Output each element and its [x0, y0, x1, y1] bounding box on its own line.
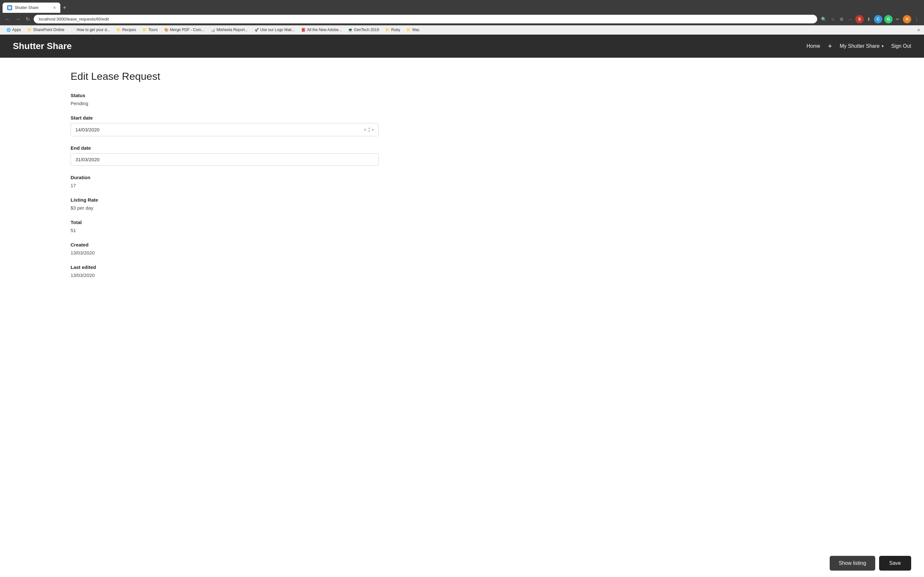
- bookmark-merge-pdf-label: Merge PDF - Com...: [170, 27, 204, 32]
- my-shutter-share-label: My Shutter Share: [840, 43, 880, 49]
- mac-icon: 📁: [407, 28, 411, 32]
- bookmark-gentech-label: GenTech 2019: [354, 27, 379, 32]
- created-value: 13/03/2020: [71, 250, 391, 255]
- end-date-section: End date: [71, 145, 391, 166]
- total-value: 51: [71, 227, 391, 233]
- bookmark-misheeta[interactable]: 📊 Misheeta Report...: [208, 27, 250, 33]
- bookmark-logo-maker[interactable]: 🚀 Use our Logo Mak...: [252, 27, 297, 33]
- active-tab[interactable]: Shutter Share ×: [3, 3, 60, 13]
- last-edited-label: Last edited: [71, 264, 391, 270]
- bookmarks-bar: 🌐 Apps 📁 SharePoint Online 📄 How to get …: [0, 25, 924, 35]
- clear-icon[interactable]: ✕: [363, 127, 367, 132]
- more-options-icon[interactable]: ⋮: [913, 15, 920, 23]
- pen-icon[interactable]: ✏: [895, 15, 901, 23]
- account-avatar-c[interactable]: C: [874, 15, 882, 23]
- stepper-up-icon[interactable]: ▲: [368, 127, 371, 129]
- bookmark-tours[interactable]: 📁 Tours: [140, 27, 160, 33]
- status-section: Status Pending: [71, 93, 391, 106]
- bookmark-merge-pdf[interactable]: 🎨 Merge PDF - Com...: [162, 27, 207, 33]
- start-date-input-wrapper: ✕ ▲ ▼ ▾: [71, 123, 379, 136]
- duration-section: Duration 17: [71, 175, 391, 188]
- search-icon[interactable]: 🔍: [820, 15, 828, 23]
- app-navbar: Shutter Share Home + My Shutter Share ▾ …: [0, 35, 924, 58]
- extensions-icon[interactable]: ⚙: [838, 15, 845, 23]
- start-date-input[interactable]: [75, 127, 363, 132]
- end-date-input[interactable]: [75, 157, 374, 162]
- tab-close-button[interactable]: ×: [53, 5, 56, 10]
- end-date-input-wrapper: [71, 153, 379, 166]
- created-label: Created: [71, 242, 391, 247]
- bookmark-apps[interactable]: 🌐 Apps: [4, 27, 23, 33]
- end-date-label: End date: [71, 145, 391, 151]
- bookmark-ruby-label: Ruby: [391, 27, 400, 32]
- bookmark-icon[interactable]: ☆: [830, 15, 837, 23]
- stepper-down-icon[interactable]: ▼: [368, 130, 371, 133]
- tab-bar: Shutter Share × +: [0, 0, 924, 13]
- duration-label: Duration: [71, 175, 391, 180]
- back-button[interactable]: ←: [4, 15, 11, 23]
- recipes-icon: 📁: [116, 28, 121, 32]
- status-value: Pending: [71, 101, 391, 106]
- start-date-stepper[interactable]: ▲ ▼: [368, 127, 371, 133]
- download-icon[interactable]: ⬇: [866, 15, 872, 23]
- account-avatar-g[interactable]: G: [884, 15, 893, 23]
- sharepoint-icon: 📁: [27, 28, 32, 32]
- sign-out-link[interactable]: Sign Out: [891, 43, 911, 49]
- address-input[interactable]: [34, 15, 817, 23]
- duration-value: 17: [71, 183, 391, 188]
- bookmark-mac-label: Mac: [412, 27, 420, 32]
- bookmarks-more-button[interactable]: »: [917, 27, 920, 33]
- bookmark-sharepoint[interactable]: 📁 SharePoint Online: [25, 27, 67, 33]
- bookmark-ruby[interactable]: 📁 Ruby: [383, 27, 403, 33]
- browser-action-buttons: 🔍 ☆ ⚙ ··· S ⬇ C G ✏ H ⋮: [820, 15, 920, 23]
- created-section: Created 13/03/2020: [71, 242, 391, 255]
- ruby-icon: 📁: [385, 28, 390, 32]
- last-edited-section: Last edited 13/03/2020: [71, 264, 391, 278]
- page-title: Edit Lease Request: [71, 71, 391, 82]
- start-date-label: Start date: [71, 115, 391, 121]
- home-link[interactable]: Home: [806, 43, 821, 49]
- listing-rate-label: Listing Rate: [71, 197, 391, 203]
- bookmark-misheeta-label: Misheeta Report...: [216, 27, 248, 32]
- bookmark-recipes-label: Recipes: [122, 27, 136, 32]
- account-avatar-s[interactable]: S: [855, 15, 864, 23]
- start-date-section: Start date ✕ ▲ ▼ ▾: [71, 115, 391, 136]
- app-logo: Shutter Share: [13, 41, 806, 51]
- status-label: Status: [71, 93, 391, 98]
- calendar-icon[interactable]: ▾: [372, 127, 374, 132]
- apps-icon: 🌐: [6, 28, 11, 32]
- gentech-icon: 💻: [348, 28, 352, 32]
- bookmark-howto[interactable]: 📄 How to get your d...: [68, 27, 113, 33]
- svg-point-0: [8, 6, 11, 9]
- bookmark-adobe[interactable]: 📕 All the New Adobe...: [299, 27, 344, 33]
- bookmark-logo-maker-label: Use our Logo Mak...: [260, 27, 295, 32]
- my-shutter-share-dropdown[interactable]: My Shutter Share ▾: [840, 43, 884, 49]
- dropdown-arrow-icon: ▾: [882, 44, 884, 48]
- bookmark-recipes[interactable]: 📁 Recipes: [114, 27, 139, 33]
- listing-rate-value: $3 per day: [71, 205, 391, 211]
- add-button[interactable]: +: [828, 42, 832, 50]
- bookmark-apps-label: Apps: [12, 27, 21, 32]
- address-bar-row: ← → ↻ 🔍 ☆ ⚙ ··· S ⬇ C G ✏ H ⋮: [0, 13, 924, 25]
- reload-button[interactable]: ↻: [24, 15, 31, 23]
- tab-favicon: [7, 5, 12, 10]
- more-icon[interactable]: ···: [847, 15, 853, 23]
- logo-maker-icon: 🚀: [254, 28, 259, 32]
- howto-icon: 📄: [71, 28, 75, 32]
- forward-button[interactable]: →: [14, 15, 22, 23]
- total-label: Total: [71, 219, 391, 225]
- bookmark-sharepoint-label: SharePoint Online: [33, 27, 64, 32]
- nav-links: Home + My Shutter Share ▾ Sign Out: [806, 42, 911, 50]
- tab-title: Shutter Share: [15, 5, 51, 10]
- bookmark-tours-label: Tours: [148, 27, 158, 32]
- main-content: Edit Lease Request Status Pending Start …: [0, 58, 462, 300]
- tours-icon: 📁: [142, 28, 147, 32]
- browser-chrome: Shutter Share × + ← → ↻ 🔍 ☆ ⚙ ··· S ⬇ C …: [0, 0, 924, 35]
- adobe-icon: 📕: [301, 28, 306, 32]
- bookmark-gentech[interactable]: 💻 GenTech 2019: [346, 27, 381, 33]
- new-tab-button[interactable]: +: [60, 3, 69, 13]
- total-section: Total 51: [71, 219, 391, 233]
- account-avatar-h[interactable]: H: [903, 15, 911, 23]
- bookmark-mac[interactable]: 📁 Mac: [404, 27, 422, 33]
- merge-pdf-icon: 🎨: [164, 28, 169, 32]
